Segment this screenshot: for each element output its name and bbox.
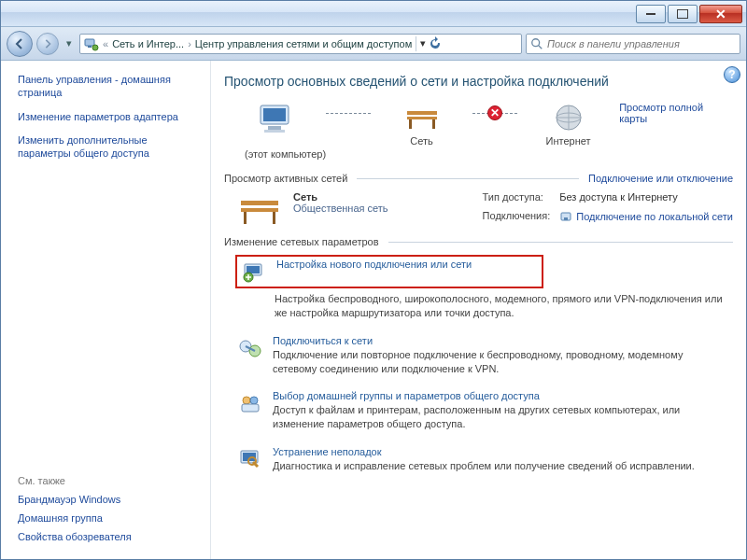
nav-toolbar: ▾ « Сеть и Интер... › Центр управления с… xyxy=(1,27,746,61)
ethernet-icon xyxy=(559,210,572,223)
titlebar xyxy=(1,1,746,27)
access-type-label: Тип доступа: xyxy=(483,191,551,203)
see-also-homegroup[interactable]: Домашняя группа xyxy=(18,512,197,524)
view-full-map-link[interactable]: Просмотр полной карты xyxy=(619,102,733,124)
svg-rect-8 xyxy=(264,130,285,133)
svg-rect-15 xyxy=(241,201,278,205)
svg-rect-12 xyxy=(432,119,435,129)
section-label: Изменение сетевых параметров xyxy=(224,236,379,247)
search-icon xyxy=(530,37,543,50)
svg-line-4 xyxy=(539,45,543,49)
netmap-internet-label: Интернет xyxy=(546,135,591,147)
svg-point-3 xyxy=(532,38,540,46)
svg-rect-17 xyxy=(244,212,247,224)
sidebar-item-control-panel-home[interactable]: Панель управления - домашняя страница xyxy=(18,74,197,100)
computer-icon xyxy=(255,102,296,137)
breadcrumb-segment[interactable]: Сеть и Интер... xyxy=(112,38,184,49)
help-icon[interactable]: ? xyxy=(724,66,740,83)
task-title[interactable]: Устранение неполадок xyxy=(273,446,695,457)
network-center-icon xyxy=(84,36,99,51)
new-connection-icon xyxy=(241,259,267,285)
svg-rect-28 xyxy=(242,404,259,412)
sidebar-item-adapter-settings[interactable]: Изменение параметров адаптера xyxy=(18,111,197,124)
breadcrumb-chevron: › xyxy=(188,38,191,49)
svg-point-2 xyxy=(92,45,98,50)
netmap-network-label: Сеть xyxy=(410,135,432,147)
task-title[interactable]: Подключиться к сети xyxy=(273,335,729,346)
broken-x-icon: ✕ xyxy=(487,105,502,120)
task-setup-new-connection-desc-row: Настройка беспроводного, широкополосного… xyxy=(224,292,733,329)
globe-icon xyxy=(550,102,587,133)
bench-icon xyxy=(237,191,282,229)
content-body: Панель управления - домашняя страница Из… xyxy=(1,61,746,559)
search-box[interactable] xyxy=(526,34,740,54)
svg-point-26 xyxy=(243,397,250,404)
page-title: Просмотр основных сведений о сети и наст… xyxy=(224,74,733,89)
minimize-button[interactable] xyxy=(636,5,666,23)
see-also-windows-firewall[interactable]: Брандмауэр Windows xyxy=(18,494,197,505)
task-setup-new-connection[interactable]: Настройка нового подключения или сети xyxy=(235,255,543,288)
svg-rect-9 xyxy=(407,111,437,115)
svg-rect-6 xyxy=(263,108,286,121)
nav-back-button[interactable] xyxy=(7,31,33,57)
active-network-name: Сеть xyxy=(293,191,388,203)
task-connect-to-network[interactable]: Подключиться к сети Подключение или повт… xyxy=(224,329,733,385)
see-also-header: См. также xyxy=(18,475,197,486)
task-desc: Диагностика и исправление сетевых пробле… xyxy=(273,459,695,473)
svg-rect-11 xyxy=(409,119,412,129)
maximize-button[interactable] xyxy=(668,5,698,23)
svg-rect-10 xyxy=(407,117,437,119)
svg-rect-20 xyxy=(564,217,568,220)
task-troubleshoot[interactable]: Устранение неполадок Диагностика и испра… xyxy=(224,441,733,483)
nav-history-dropdown[interactable]: ▾ xyxy=(63,37,76,49)
breadcrumb-chevron: « xyxy=(103,38,108,49)
active-network-block: Сеть Общественная сеть Тип доступа: Без … xyxy=(224,191,733,229)
netmap-network: Сеть xyxy=(371,102,472,147)
arrow-right-icon xyxy=(43,39,52,49)
netmap-internet: Интернет xyxy=(517,102,619,147)
active-network-type[interactable]: Общественная сеть xyxy=(293,203,388,214)
close-button[interactable] xyxy=(699,5,742,23)
see-also-internet-options[interactable]: Свойства обозревателя xyxy=(18,531,197,542)
svg-rect-7 xyxy=(268,126,281,130)
connection-link[interactable]: Подключение по локальной сети xyxy=(576,211,733,222)
section-rule xyxy=(388,242,733,243)
svg-point-27 xyxy=(250,397,258,404)
arrow-left-icon xyxy=(14,38,25,49)
task-title[interactable]: Настройка нового подключения или сети xyxy=(276,259,472,270)
svg-rect-16 xyxy=(241,208,278,212)
task-desc: Подключение или повторное подключение к … xyxy=(273,348,729,376)
sidebar: Панель управления - домашняя страница Из… xyxy=(1,61,211,559)
search-input[interactable] xyxy=(547,38,736,49)
sidebar-see-also: См. также Брандмауэр Windows Домашняя гр… xyxy=(18,475,197,550)
connect-network-icon xyxy=(237,335,263,361)
explorer-window: ▾ « Сеть и Интер... › Центр управления с… xyxy=(0,0,747,560)
svg-rect-18 xyxy=(273,212,275,224)
homegroup-icon xyxy=(237,390,263,416)
active-network-details: Тип доступа: Без доступа к Интернету Под… xyxy=(483,191,733,229)
address-bar[interactable]: « Сеть и Интер... › Центр управления сет… xyxy=(79,34,522,54)
network-map: Сеть ✕ Интернет Просмотр полной карты xyxy=(224,102,733,147)
this-computer-note: (этот компьютер) xyxy=(245,148,733,160)
connect-disconnect-link[interactable]: Подключение или отключение xyxy=(588,173,733,184)
address-dropdown[interactable]: ▾ xyxy=(420,37,426,49)
section-active-networks: Просмотр активных сетей Подключение или … xyxy=(224,173,733,184)
netmap-this-pc xyxy=(224,102,326,137)
svg-rect-1 xyxy=(88,46,92,48)
task-homegroup-sharing[interactable]: Выбор домашней группы и параметров общег… xyxy=(224,385,733,441)
bench-icon xyxy=(402,102,443,133)
connections-label: Подключения: xyxy=(483,210,551,221)
section-change-settings: Изменение сетевых параметров xyxy=(224,236,733,247)
troubleshoot-icon xyxy=(237,446,263,472)
access-type-value: Без доступа к Интернету xyxy=(559,191,733,203)
refresh-icon[interactable] xyxy=(428,36,443,51)
netmap-broken-link: ✕ xyxy=(472,102,517,124)
sidebar-nav: Панель управления - домашняя страница Из… xyxy=(18,74,197,172)
netmap-link-line xyxy=(326,102,371,124)
sidebar-item-advanced-sharing[interactable]: Изменить дополнительные параметры общего… xyxy=(18,134,197,161)
section-label: Просмотр активных сетей xyxy=(224,173,347,184)
task-title[interactable]: Выбор домашней группы и параметров общег… xyxy=(273,390,729,401)
nav-forward-button[interactable] xyxy=(36,33,59,55)
breadcrumb-segment[interactable]: Центр управления сетями и общим доступом xyxy=(195,38,412,49)
section-rule xyxy=(357,178,579,179)
